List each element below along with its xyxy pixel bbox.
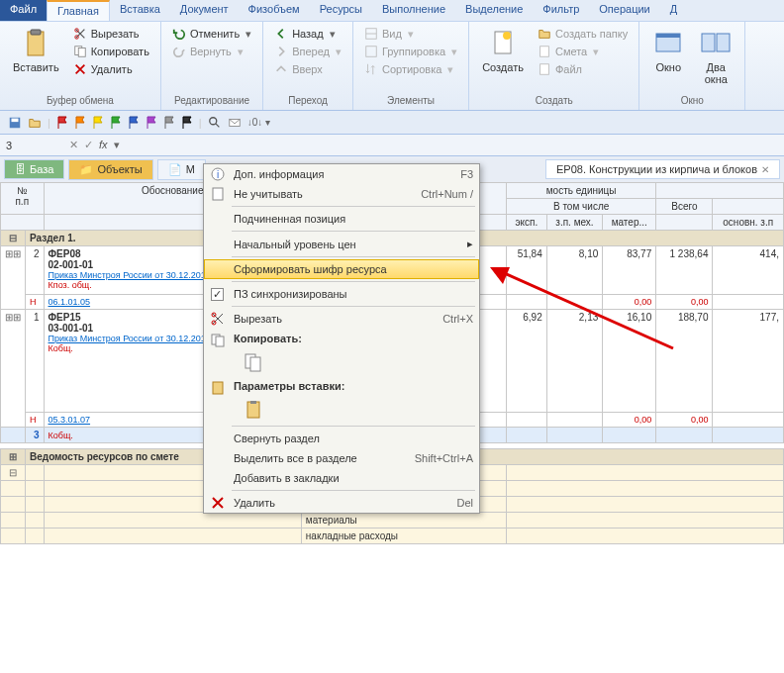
- check-icon[interactable]: ✓: [84, 139, 93, 151]
- window-title: Окно: [644, 93, 739, 108]
- col-main[interactable]: основн. з.п: [713, 215, 784, 231]
- tab-filter[interactable]: Фильтр: [533, 0, 589, 21]
- col-nn[interactable]: № п.п: [1, 183, 45, 215]
- col-costunit[interactable]: мость единицы: [507, 183, 656, 199]
- flag-orange-icon[interactable]: [74, 116, 86, 130]
- mail-icon[interactable]: [228, 116, 242, 130]
- cell-ref[interactable]: 3: [4, 138, 63, 153]
- create-title: Создать: [474, 93, 634, 108]
- tab-objects[interactable]: 📁Объекты: [68, 159, 152, 180]
- expand-icon[interactable]: ⊞⊞: [1, 246, 26, 310]
- two-windows-button[interactable]: Два окна: [692, 24, 739, 93]
- expand-icon[interactable]: ⊞⊞: [1, 310, 26, 428]
- cancel-icon[interactable]: ✕: [69, 139, 78, 151]
- menu-collapse[interactable]: Свернуть раздел: [204, 429, 479, 448]
- totals-row[interactable]: материалы: [1, 513, 784, 529]
- menu-copy-opt[interactable]: [204, 348, 479, 376]
- window-icon: [652, 28, 684, 59]
- redo-button[interactable]: Вернуть▾: [170, 44, 253, 59]
- tab-physvol[interactable]: Физобъем: [239, 0, 310, 21]
- tab-active-doc[interactable]: ЕР08. Конструкции из кирпича и блоков✕: [545, 159, 780, 179]
- tab-base[interactable]: 🗄База: [4, 159, 64, 179]
- paste-button[interactable]: Вставить: [5, 24, 67, 93]
- col-total[interactable]: Всего: [656, 199, 713, 215]
- view-button[interactable]: Вид▾: [362, 26, 459, 42]
- svg-rect-8: [366, 47, 377, 57]
- sort-icon: [364, 62, 378, 76]
- check-icon: ✓: [211, 288, 224, 301]
- tab-selection[interactable]: Выделение: [455, 0, 533, 21]
- menu-info[interactable]: i Доп. информацияF3: [204, 164, 479, 184]
- group-button[interactable]: Группировка▾: [362, 44, 459, 59]
- group-clipboard: Вставить Вырезать Копировать Удалить Буф…: [0, 22, 161, 110]
- formula-bar: 3 ✕ ✓ fx ▾: [0, 135, 784, 156]
- file-button[interactable]: Файл: [536, 61, 630, 77]
- flag-yellow-icon[interactable]: [92, 116, 104, 130]
- undo-button[interactable]: Отменить▾: [170, 26, 253, 42]
- copy-icon: [73, 45, 87, 58]
- col-exp[interactable]: эксп.: [507, 215, 547, 231]
- menu-select-all[interactable]: Выделить все в разделеShift+Ctrl+A: [204, 448, 479, 468]
- flag-grey-icon[interactable]: [163, 116, 175, 130]
- tab-m[interactable]: 📄М: [157, 159, 206, 180]
- menu-cut[interactable]: ВырезатьCtrl+X: [204, 309, 479, 329]
- back-button[interactable]: Назад▾: [272, 26, 343, 42]
- fx-icon[interactable]: fx: [99, 139, 108, 151]
- flag-black-icon[interactable]: [181, 116, 193, 130]
- col-mat[interactable]: матер...: [603, 215, 656, 231]
- tab-d[interactable]: Д: [660, 0, 687, 21]
- editing-title: Редактирование: [166, 93, 257, 108]
- svg-rect-15: [702, 34, 715, 51]
- up-icon: [274, 62, 288, 76]
- save-icon[interactable]: [8, 116, 22, 130]
- up-button[interactable]: Вверх: [272, 61, 343, 77]
- close-icon[interactable]: ✕: [761, 164, 769, 175]
- menu-bookmark[interactable]: Добавить в закладки: [204, 468, 479, 488]
- cut-button[interactable]: Вырезать: [71, 26, 151, 42]
- estimate-button[interactable]: Смета▾: [536, 44, 630, 59]
- flag-red-icon[interactable]: [56, 116, 68, 130]
- nav-title: Переход: [268, 93, 347, 108]
- delete-x-icon: [210, 495, 226, 511]
- toolbar-sort-btn[interactable]: ↓0↓ ▾: [247, 117, 270, 128]
- tab-document[interactable]: Документ: [170, 0, 239, 21]
- tab-main[interactable]: Главная: [47, 0, 110, 21]
- menu-paste-opt[interactable]: [204, 396, 479, 424]
- create-button[interactable]: Создать: [474, 24, 532, 93]
- ribbon-tabs: Файл Главная Вставка Документ Физобъем Р…: [0, 0, 784, 22]
- sort-button[interactable]: Сортировка▾: [362, 61, 459, 77]
- menu-price[interactable]: Начальный уровень цен▸: [204, 234, 479, 254]
- open-icon[interactable]: [28, 116, 42, 130]
- flag-purple-icon[interactable]: [146, 116, 157, 130]
- collapse-icon[interactable]: ⊟: [1, 231, 26, 246]
- col-incl[interactable]: В том числе: [507, 199, 656, 215]
- menu-sub[interactable]: Подчиненная позиция: [204, 209, 479, 229]
- menu-sync[interactable]: ✓ ПЗ синхронизированы: [204, 284, 479, 304]
- db-icon: 🗄: [15, 163, 26, 175]
- tab-resources[interactable]: Ресурсы: [310, 0, 372, 21]
- menu-ignore[interactable]: Не учитыватьCtrl+Num /: [204, 184, 479, 204]
- paste-variant-icon: [244, 400, 263, 420]
- flag-blue-icon[interactable]: [128, 116, 140, 130]
- context-menu: i Доп. информацияF3 Не учитыватьCtrl+Num…: [203, 163, 480, 514]
- menu-delete[interactable]: УдалитьDel: [204, 493, 479, 513]
- menu-form-code[interactable]: Сформировать шифр ресурса: [204, 259, 479, 279]
- tab-insert[interactable]: Вставка: [110, 0, 170, 21]
- folder-button[interactable]: Создать папку: [536, 26, 630, 42]
- col-mech[interactable]: з.п. мех.: [546, 215, 603, 231]
- group-elements: Вид▾ Группировка▾ Сортировка▾ Элементы: [353, 22, 469, 110]
- delete-button[interactable]: Удалить: [71, 61, 151, 77]
- forward-button[interactable]: Вперед▾: [272, 44, 343, 59]
- svg-rect-0: [28, 32, 44, 55]
- window-button[interactable]: Окно: [644, 24, 692, 93]
- flag-green-icon[interactable]: [110, 116, 122, 130]
- svg-rect-14: [656, 34, 680, 38]
- folder-icon: [538, 27, 551, 41]
- tab-operations[interactable]: Операции: [589, 0, 659, 21]
- expand-icon[interactable]: ⊞: [1, 449, 26, 465]
- tab-execution[interactable]: Выполнение: [372, 0, 455, 21]
- tab-file[interactable]: Файл: [0, 0, 47, 21]
- search-icon[interactable]: [208, 116, 222, 130]
- totals-row[interactable]: накладные расходы: [1, 529, 784, 544]
- copy-button[interactable]: Копировать: [71, 44, 151, 59]
